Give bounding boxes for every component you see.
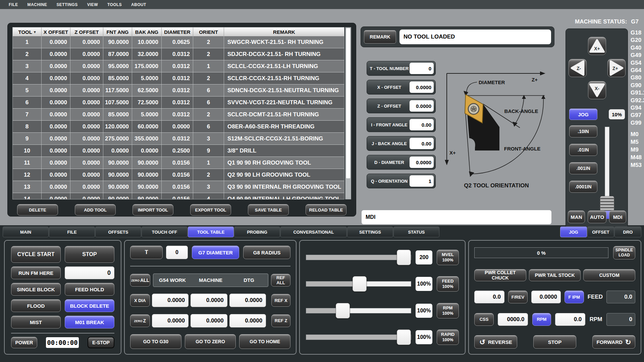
stop-button[interactable]: STOP	[65, 246, 114, 263]
jog-increment-button[interactable]: .0001IN	[569, 181, 597, 193]
tool-field-input[interactable]: 0.0000	[410, 81, 434, 93]
ref-all-button[interactable]: REF ALL	[271, 274, 290, 287]
tab[interactable]: STATUS	[393, 227, 439, 237]
tab[interactable]: TOUCH OFF	[142, 227, 187, 237]
override-reset-button[interactable]: RPM100%	[437, 303, 459, 318]
table-action-button[interactable]: ADD TOOL	[75, 204, 116, 216]
table-action-button[interactable]: IMPORT TOOL	[132, 204, 173, 216]
table-row[interactable]: 8 0.0000 0.0000 120.0000 60.0000 0.0000 …	[13, 121, 344, 133]
jog-z-minus-button[interactable]: Z-	[569, 59, 587, 77]
tab[interactable]: PROBING	[234, 227, 280, 237]
jog-increment-button[interactable]: .001IN	[569, 162, 597, 174]
menu-item[interactable]: SETTINGS	[52, 2, 82, 7]
zero-all-button[interactable]: ZEROALL	[130, 274, 150, 287]
custom-button[interactable]: CUSTOM	[583, 269, 635, 281]
menu-item[interactable]: TOOLS	[103, 2, 126, 7]
table-row[interactable]: 12 0.0000 0.0000 90.0000 90.0000 0.0156 …	[13, 169, 344, 181]
mode-button[interactable]: MAN	[568, 210, 585, 223]
jog-increment-button[interactable]: .01IN	[569, 144, 597, 156]
override-reset-button[interactable]: FEED100%	[437, 276, 459, 292]
jog-increment-button[interactable]: .10IN	[569, 125, 597, 137]
feed-per-rev-field[interactable]: 0.0	[474, 291, 504, 303]
jog-percent-display[interactable]: 10%	[609, 109, 625, 119]
column-header-orient[interactable]: ORIENT	[193, 27, 224, 36]
table-row[interactable]: 13 0.0000 0.0000 90.0000 90.0000 0.0156 …	[13, 181, 344, 193]
ref-x-button[interactable]: REF X	[271, 294, 290, 307]
table-action-button[interactable]: RELOAD TABLE	[306, 204, 346, 216]
spindle-stop-button[interactable]: STOP	[533, 335, 576, 349]
spindle-forward-button[interactable]: FORWARD↻	[592, 335, 635, 349]
table-row[interactable]: 6 0.0000 0.0000 107.5000 72.5000 0.0312 …	[13, 97, 344, 109]
tab[interactable]: TOOL TABLE	[188, 227, 234, 237]
table-scrollbar[interactable]	[345, 27, 351, 199]
mode-button[interactable]: MDI	[609, 210, 626, 223]
tab[interactable]: OFFSETS	[95, 227, 141, 237]
g7-diameter-button[interactable]: G7 DIAMETER	[192, 246, 239, 259]
estop-button[interactable]: E-STOP	[88, 337, 114, 348]
tab[interactable]: CONVERSATIONAL	[280, 227, 347, 237]
zero-z-button[interactable]: ZEROZ	[130, 314, 150, 327]
tool-t-button[interactable]: T	[130, 246, 163, 259]
override-reset-button[interactable]: RAPID100%	[437, 329, 459, 345]
m01-break-button[interactable]: M01 BREAK	[65, 316, 114, 328]
tool-field-input[interactable]: 0.00	[410, 138, 434, 149]
column-header-bak-ang[interactable]: BAK ANG	[132, 27, 162, 36]
tab[interactable]: SETTINGS	[347, 227, 393, 237]
table-action-button[interactable]: DELETE	[17, 204, 58, 216]
table-row[interactable]: 2 0.0000 0.0000 87.0000 32.0000 0.0312 2…	[13, 48, 344, 60]
jog-speed-slider[interactable]	[600, 127, 614, 217]
menu-item[interactable]: MACHINE	[23, 2, 51, 7]
column-header-z-offset[interactable]: Z OFFSET	[70, 27, 103, 36]
css-value-field[interactable]: 0000.0	[498, 313, 528, 326]
x-dia-button[interactable]: X DIA	[130, 294, 150, 307]
rpm-value-field[interactable]: 0.0	[555, 313, 585, 326]
override-reset-button[interactable]: MVEL100%	[437, 250, 459, 265]
tool-field-input[interactable]: 0.0000	[410, 100, 434, 112]
side-tab[interactable]: OFFSET	[587, 227, 614, 237]
cycle-start-button[interactable]: CYCLE START	[11, 246, 61, 263]
rpm-mode-button[interactable]: RPM	[532, 313, 551, 326]
tab[interactable]: MAIN	[3, 227, 49, 237]
line-counter-field[interactable]: 0	[65, 266, 114, 279]
single-block-button[interactable]: SINGLE BLOCK	[11, 283, 61, 296]
mist-button[interactable]: MIST	[11, 316, 61, 328]
slider-handle[interactable]	[353, 276, 367, 292]
scrollbar-thumb[interactable]	[346, 28, 350, 178]
feed-ipm-field[interactable]: 0.0000	[531, 291, 561, 303]
override-slider[interactable]	[306, 276, 411, 292]
go-to-zero-button[interactable]: GO TO ZERO	[185, 334, 236, 349]
menu-item[interactable]: ABOUT	[127, 2, 150, 7]
remark-input[interactable]: NO TOOL LOADED	[399, 29, 551, 44]
slider-handle[interactable]	[397, 250, 411, 265]
table-row[interactable]: 1 0.0000 0.0000 90.0000 10.0000 0.0625 2…	[13, 36, 344, 48]
table-row[interactable]: 7 0.0000 0.0000 85.0000 5.0000 0.0312 2 …	[13, 109, 344, 121]
override-slider[interactable]	[306, 329, 411, 345]
tab[interactable]: FILE	[49, 227, 95, 237]
column-header-diameter[interactable]: DIAMETER	[162, 27, 193, 36]
ref-z-button[interactable]: REF Z	[271, 314, 290, 327]
f-ipm-button[interactable]: F IPM	[565, 291, 584, 303]
f-rev-button[interactable]: F/REV	[508, 291, 528, 303]
pwr-tail-stock-button[interactable]: PWR TAIL STOCK	[529, 269, 581, 281]
power-button[interactable]: POWER	[11, 337, 37, 348]
table-action-button[interactable]: SAVE TABLE	[248, 204, 289, 216]
jog-x-minus-button[interactable]: X-	[588, 81, 606, 99]
override-slider[interactable]	[306, 250, 411, 265]
column-header-fnt-ang[interactable]: FNT ANG	[103, 27, 132, 36]
table-row[interactable]: 14 0.0000 0.0000 90.0000 90.0000 0.0156 …	[13, 193, 344, 199]
tool-number-field[interactable]: 0	[166, 246, 188, 259]
jog-z-plus-button[interactable]: Z+	[607, 59, 626, 77]
go-to-home-button[interactable]: GO TO HOME	[239, 334, 290, 349]
slider-handle[interactable]	[336, 303, 350, 318]
jog-x-plus-button[interactable]: X+	[588, 37, 606, 55]
mdi-input[interactable]: MDI	[362, 210, 551, 224]
column-header-tool[interactable]: TOOL▾	[13, 27, 42, 36]
tool-field-input[interactable]: 1	[410, 175, 434, 187]
column-header-x-offset[interactable]: X OFFSET	[42, 27, 70, 36]
table-row[interactable]: 9 0.0000 0.0000 275.0000 355.0000 0.0312…	[13, 133, 344, 145]
override-slider[interactable]	[306, 303, 411, 318]
slider-handle[interactable]	[397, 329, 411, 345]
mode-button[interactable]: AUTO	[588, 210, 606, 223]
table-row[interactable]: 3 0.0000 0.0000 95.0000 175.0000 0.0312 …	[13, 60, 344, 72]
column-header-remark[interactable]: REMARK	[224, 27, 344, 36]
